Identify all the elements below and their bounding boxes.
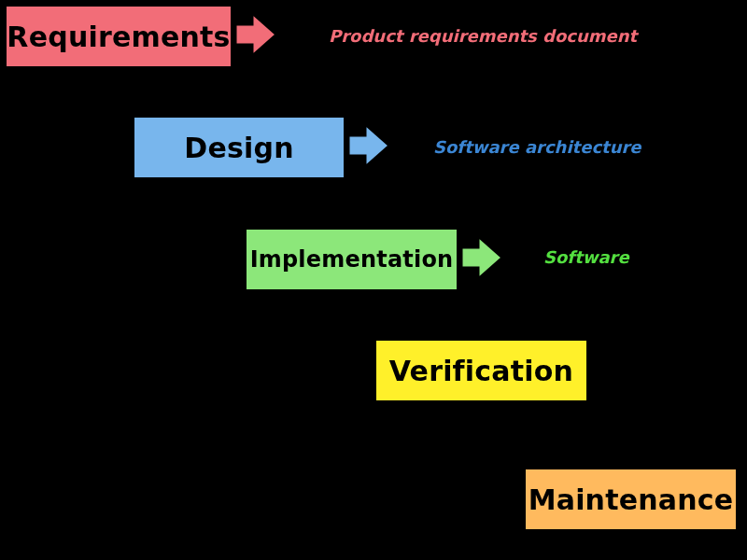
svg-marker-5 — [461, 236, 502, 279]
stage-label: Maintenance — [529, 483, 734, 516]
svg-marker-3 — [348, 124, 389, 167]
stage-label: Implementation — [250, 246, 454, 273]
output-design: Software architecture — [433, 137, 641, 157]
svg-marker-1 — [235, 13, 276, 56]
stage-requirements: Requirements — [4, 4, 233, 69]
arrow-icon — [461, 236, 504, 283]
stage-label: Design — [184, 132, 293, 164]
stage-design: Design — [132, 115, 346, 180]
stage-label: Verification — [389, 355, 573, 387]
output-requirements: Product requirements document — [329, 26, 637, 46]
stage-maintenance: Maintenance — [523, 467, 739, 532]
stage-implementation: Implementation — [244, 227, 459, 292]
stage-verification: Verification — [374, 338, 589, 403]
arrow-icon — [235, 13, 278, 60]
output-implementation: Software — [543, 247, 629, 267]
arrow-icon — [348, 124, 391, 171]
waterfall-diagram: Requirements Product requirements docume… — [0, 0, 747, 560]
stage-label: Requirements — [7, 21, 230, 53]
